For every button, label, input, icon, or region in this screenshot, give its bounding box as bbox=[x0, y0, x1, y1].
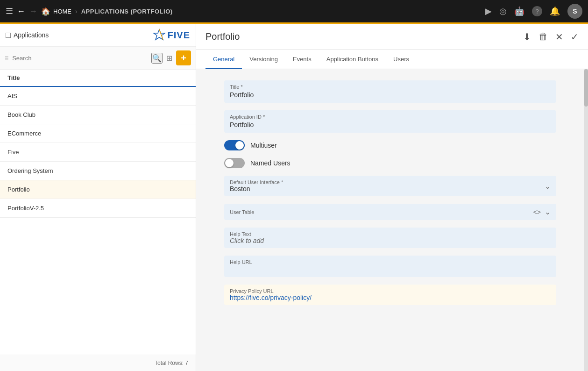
add-button[interactable]: + bbox=[176, 50, 191, 65]
code-icon: <> bbox=[533, 208, 541, 216]
forward-button[interactable]: → bbox=[29, 7, 37, 16]
list-item-label: ECommerce bbox=[7, 130, 41, 137]
tab-general-label: General bbox=[213, 56, 234, 63]
help-url-label: Help URL bbox=[230, 259, 551, 265]
five-logo-text: FIVE bbox=[168, 30, 190, 41]
menu-icon: ☰ bbox=[6, 6, 13, 16]
tab-application-buttons[interactable]: Application Buttons bbox=[319, 50, 386, 69]
user-table-chevron-icon: ⌄ bbox=[545, 208, 551, 216]
help-url-input[interactable] bbox=[230, 265, 551, 273]
content-title: Portfolio bbox=[205, 31, 240, 42]
view-toggle-button[interactable]: ⊞ bbox=[166, 54, 172, 63]
list-item[interactable]: ECommerce bbox=[0, 124, 196, 143]
user-avatar[interactable]: S bbox=[567, 4, 582, 19]
privacy-policy-field: Privacy Policy URL https://five.co/priva… bbox=[224, 285, 556, 305]
save-button[interactable]: ✓ bbox=[571, 31, 579, 43]
default-ui-select: Default User Interface * Boston ⌄ bbox=[224, 176, 556, 196]
filter-icon[interactable]: ≡ bbox=[5, 54, 8, 62]
default-ui-chevron-icon[interactable]: ⌄ bbox=[545, 182, 551, 191]
list-item-label: Ordering System bbox=[7, 167, 53, 174]
list-item[interactable]: PortfolioV-2.5 bbox=[0, 199, 196, 218]
content-header-actions: ⬇ 🗑 ✕ ✓ bbox=[523, 31, 579, 43]
robot-button[interactable]: 🤖 bbox=[514, 6, 524, 16]
list-item-label: AIS bbox=[7, 93, 17, 100]
help-text-field[interactable]: Help Text Click to add bbox=[224, 228, 556, 248]
title-field-group: Title * bbox=[224, 80, 556, 103]
multiuser-toggle-knob bbox=[235, 141, 244, 150]
robot-icon: 🤖 bbox=[514, 6, 524, 16]
list-item-label: PortfolioV-2.5 bbox=[7, 205, 44, 212]
app-id-field-wrapper: Application ID * bbox=[224, 110, 556, 133]
privacy-label: Privacy Policy URL bbox=[230, 288, 551, 294]
tab-application-buttons-label: Application Buttons bbox=[326, 56, 378, 63]
sidebar-footer: Total Rows: 7 bbox=[0, 355, 196, 371]
named-users-toggle[interactable] bbox=[224, 158, 245, 168]
user-table-code-button[interactable]: <> bbox=[533, 207, 541, 216]
sidebar: □ Applications FIVE ≡ 🔍 ⊞ bbox=[0, 24, 196, 371]
main-layout: □ Applications FIVE ≡ 🔍 ⊞ bbox=[0, 24, 588, 371]
help-text-value: Click to add bbox=[230, 237, 551, 244]
app-id-field-label: Application ID * bbox=[230, 114, 551, 120]
search-bar: ≡ 🔍 ⊞ + bbox=[0, 47, 196, 70]
app-id-input[interactable] bbox=[230, 121, 551, 128]
check-icon: ✓ bbox=[571, 31, 579, 43]
download-icon: ⬇ bbox=[523, 31, 531, 43]
user-table-chevron-button[interactable]: ⌄ bbox=[545, 207, 551, 216]
tab-users[interactable]: Users bbox=[386, 50, 417, 69]
user-table-field: User Table <> ⌄ bbox=[224, 204, 556, 220]
user-table-label: User Table bbox=[230, 209, 533, 215]
tab-events[interactable]: Events bbox=[285, 50, 319, 69]
svg-marker-0 bbox=[154, 29, 165, 40]
content-header: Portfolio ⬇ 🗑 ✕ ✓ bbox=[196, 24, 588, 50]
list-item-active[interactable]: Portfolio bbox=[0, 180, 196, 199]
search-icon: 🔍 bbox=[152, 54, 162, 62]
total-rows: Total Rows: 7 bbox=[155, 360, 188, 366]
list-item-label: Portfolio bbox=[7, 186, 30, 193]
sidebar-app-title-row: □ Applications bbox=[6, 30, 49, 40]
help-button[interactable]: ? bbox=[532, 6, 542, 16]
list-items: AIS Book Club ECommerce Five Ordering Sy… bbox=[0, 87, 196, 355]
home-label: HOME bbox=[53, 8, 71, 15]
privacy-value: https://five.co/privacy-policy/ bbox=[230, 294, 551, 301]
bell-button[interactable]: 🔔 bbox=[550, 6, 560, 16]
table-header-title: Title bbox=[7, 74, 20, 81]
close-button[interactable]: ✕ bbox=[555, 31, 563, 43]
back-button[interactable]: ← bbox=[17, 7, 25, 16]
user-table-icons: <> ⌄ bbox=[533, 207, 551, 216]
search-input[interactable] bbox=[12, 55, 148, 62]
search-button[interactable]: 🔍 bbox=[151, 53, 163, 64]
list-item[interactable]: Ordering System bbox=[0, 162, 196, 180]
menu-button[interactable]: ☰ bbox=[6, 6, 13, 16]
tab-versioning[interactable]: Versioning bbox=[242, 50, 285, 69]
list-item[interactable]: AIS bbox=[0, 87, 196, 106]
five-logo: FIVE bbox=[153, 29, 190, 42]
default-ui-label: Default User Interface * bbox=[230, 179, 545, 185]
title-field-label: Title * bbox=[230, 84, 551, 90]
multiuser-toggle[interactable] bbox=[224, 140, 245, 150]
app-id-field-group: Application ID * bbox=[224, 110, 556, 133]
tab-events-label: Events bbox=[293, 56, 312, 63]
delete-button[interactable]: 🗑 bbox=[538, 31, 548, 42]
target-button[interactable]: ◎ bbox=[499, 6, 507, 16]
tab-users-label: Users bbox=[393, 56, 409, 63]
list-item[interactable]: Five bbox=[0, 143, 196, 162]
list-item-label: Five bbox=[7, 149, 19, 156]
home-nav[interactable]: 🏠 HOME bbox=[41, 7, 71, 16]
add-icon: + bbox=[181, 53, 186, 64]
scrollbar-thumb[interactable] bbox=[584, 69, 588, 107]
multiuser-toggle-row: Multiuser bbox=[224, 140, 556, 150]
tab-general[interactable]: General bbox=[205, 50, 242, 69]
back-icon: ← bbox=[17, 7, 25, 16]
title-input[interactable] bbox=[230, 91, 551, 99]
download-button[interactable]: ⬇ bbox=[523, 31, 531, 43]
play-icon: ▶ bbox=[485, 6, 492, 16]
play-button[interactable]: ▶ bbox=[485, 6, 492, 16]
content-scroll: Title * Application ID * Mul bbox=[196, 69, 588, 371]
sidebar-app-label: Applications bbox=[14, 31, 49, 39]
named-users-label: Named Users bbox=[250, 159, 290, 167]
topbar: ☰ ← → 🏠 HOME › APPLICATIONS (PORTFOLIO) … bbox=[0, 0, 588, 22]
list-item[interactable]: Book Club bbox=[0, 106, 196, 124]
named-users-toggle-row: Named Users bbox=[224, 158, 556, 168]
list-item-label: Book Club bbox=[7, 111, 35, 118]
tabs: General Versioning Events Application Bu… bbox=[196, 50, 588, 69]
